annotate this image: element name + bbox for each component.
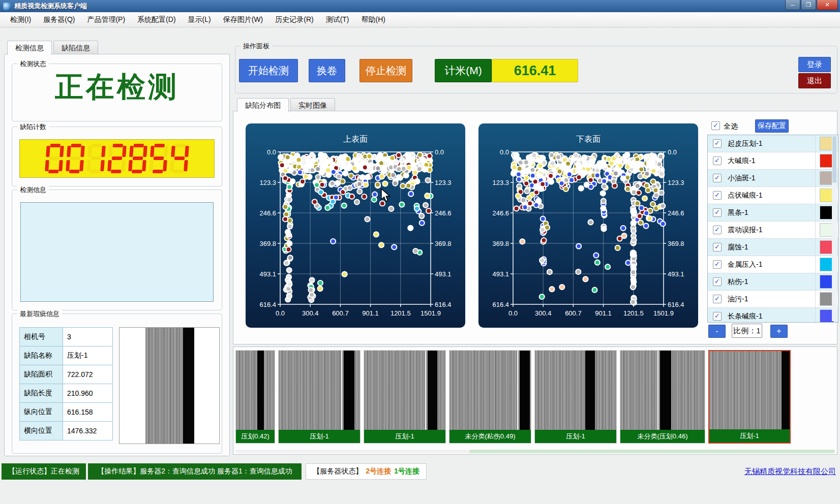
- legend-label: 腐蚀-1: [728, 243, 815, 252]
- svg-text:616.4: 616.4: [259, 301, 276, 308]
- legend-row-9: ✓粘伤-1: [708, 273, 838, 291]
- menu-item-1[interactable]: 检测(I): [4, 13, 37, 26]
- defect-thumbnail-5[interactable]: 压划-1: [534, 350, 617, 444]
- legend-checkbox[interactable]: ✓: [713, 191, 722, 200]
- svg-text:1501.9: 1501.9: [421, 309, 441, 317]
- legend-checkbox[interactable]: ✓: [713, 139, 722, 148]
- status-run: 【运行状态】正在检测: [2, 463, 86, 480]
- latest-defect-title: 最新瑕疵信息: [17, 309, 62, 319]
- svg-text:246.6: 246.6: [435, 209, 452, 217]
- table-cell-value: 1476.332: [63, 422, 113, 440]
- stop-detect-button[interactable]: 停止检测: [359, 59, 412, 82]
- svg-text:上表面: 上表面: [343, 135, 368, 143]
- legend-label: 起皮压划-1: [728, 139, 815, 148]
- menu-item-2[interactable]: 服务器(Q): [37, 13, 81, 26]
- login-button[interactable]: 登录: [798, 57, 831, 72]
- save-config-button[interactable]: 保存配置: [755, 119, 789, 133]
- menu-bar: 检测(I)服务器(Q)产品管理(P)系统配置(D)显示(L)保存图片(W)历史记…: [0, 12, 840, 27]
- counter-digit: [66, 144, 85, 173]
- legend-checkbox[interactable]: ✓: [713, 312, 722, 321]
- defect-thumbnail-6[interactable]: 未分类(压划0.46): [620, 350, 705, 444]
- status-server: 【服务器状态】 2号连接1号连接: [306, 463, 427, 480]
- legend-checkbox[interactable]: ✓: [713, 243, 722, 251]
- svg-text:0.0: 0.0: [435, 148, 444, 156]
- chart-top-surface: 上表面0.00.00.0123.3123.3300.4246.6246.6600…: [246, 123, 465, 328]
- thumbnail-white-line: [341, 351, 342, 430]
- counter-digit: [170, 144, 189, 173]
- tab-view-2[interactable]: 实时图像: [290, 98, 335, 111]
- tab-view-1[interactable]: 缺陷分布图: [237, 98, 289, 112]
- table-row: 相机号3: [20, 328, 113, 346]
- thumbnail-white-line: [657, 351, 658, 430]
- change-roll-button[interactable]: 换卷: [309, 59, 345, 82]
- legend-checkbox[interactable]: ✓: [713, 226, 722, 234]
- tab-left-2[interactable]: 缺陷信息: [53, 41, 98, 54]
- defect-map-panel: 上表面0.00.00.0123.3123.3300.4246.6246.6600…: [233, 111, 837, 344]
- svg-text:0.0: 0.0: [668, 148, 677, 156]
- svg-text:616.4: 616.4: [492, 301, 509, 308]
- svg-text:369.8: 369.8: [259, 240, 276, 247]
- thumbnail-caption: 压划-1: [279, 430, 360, 443]
- thumbnail-image: [709, 351, 790, 429]
- defect-thumbnail-3[interactable]: 压划-1: [364, 350, 446, 444]
- legend-row-6: ✓震动误报-1: [708, 222, 838, 239]
- legend-label: 油污-1: [728, 295, 815, 304]
- legend-scrollbar[interactable]: [832, 135, 837, 321]
- tab-left-1[interactable]: 检测信息: [7, 41, 52, 55]
- table-cell-label: 相机号: [20, 328, 63, 346]
- defect-count-display: [19, 139, 215, 178]
- legend-label: 金属压入-1: [728, 260, 815, 269]
- svg-text:600.7: 600.7: [565, 309, 582, 317]
- select-all-checkbox[interactable]: ✓: [711, 121, 720, 130]
- defect-thumbnail-4[interactable]: 未分类(粘伤0.49): [449, 350, 531, 444]
- thumbnail-black-band: [257, 351, 264, 430]
- detect-status-title: 检测状态: [17, 59, 49, 69]
- legend-label: 粘伤-1: [728, 277, 815, 287]
- legend-checkbox[interactable]: ✓: [713, 260, 722, 269]
- chart-bottom-surface: 下表面0.00.00.0123.3123.3300.4246.6246.6600…: [478, 123, 698, 328]
- detect-info-textarea[interactable]: [20, 202, 214, 302]
- scale-plus-button[interactable]: +: [770, 325, 788, 338]
- scale-minus-button[interactable]: -: [708, 325, 726, 338]
- detect-status-group: 检测状态 正在检测: [12, 64, 222, 121]
- legend-row-2: ✓大碱痕-1: [708, 152, 838, 170]
- legend-row-4: ✓点状碱痕-1: [708, 187, 838, 204]
- menu-item-3[interactable]: 产品管理(P): [81, 13, 131, 26]
- table-cell-label: 纵向位置: [20, 403, 63, 422]
- legend-checkbox[interactable]: ✓: [713, 156, 722, 165]
- minimize-button[interactable]: ─: [785, 0, 800, 10]
- svg-text:246.6: 246.6: [492, 209, 509, 217]
- company-link[interactable]: 无锡精质视觉科技有限公司: [744, 467, 836, 477]
- thumbnail-caption: 未分类(粘伤0.49): [449, 430, 531, 443]
- menu-item-5[interactable]: 显示(L): [182, 13, 217, 26]
- menu-item-7[interactable]: 历史记录(R): [269, 13, 319, 26]
- legend-checkbox[interactable]: ✓: [713, 295, 722, 303]
- start-detect-button[interactable]: 开始检测: [239, 59, 298, 82]
- counter-digit: [45, 144, 64, 173]
- defect-thumbnail-7[interactable]: 压划-1: [708, 350, 791, 444]
- legend-checkbox[interactable]: ✓: [713, 277, 722, 286]
- logout-button[interactable]: 退出: [798, 73, 831, 88]
- latest-defect-image: [119, 327, 220, 444]
- svg-text:246.6: 246.6: [668, 209, 684, 217]
- close-button[interactable]: ✕: [817, 0, 838, 10]
- window-title: 精质视觉检测系统客户端: [14, 2, 87, 11]
- menu-item-8[interactable]: 测试(T): [320, 13, 355, 26]
- thumbnail-image: [535, 351, 616, 430]
- app-icon: [3, 3, 11, 10]
- menu-item-4[interactable]: 系统配置(D): [131, 13, 182, 26]
- menu-item-6[interactable]: 保存图片(W): [217, 13, 269, 26]
- menu-item-9[interactable]: 帮助(H): [355, 13, 392, 26]
- thumbnail-black-band: [520, 351, 530, 430]
- legend-checkbox[interactable]: ✓: [713, 208, 722, 217]
- maximize-button[interactable]: ❐: [801, 0, 816, 10]
- svg-text:246.6: 246.6: [259, 209, 276, 217]
- legend-row-10: ✓油污-1: [708, 291, 838, 308]
- thumbnail-scrollbar[interactable]: [235, 450, 835, 453]
- defect-thumbnail-1[interactable]: 压划0.42): [235, 350, 275, 444]
- defect-thumbnail-2[interactable]: 压划-1: [278, 350, 361, 444]
- status-server-label: 【服务器状态】: [313, 467, 363, 476]
- svg-text:123.3: 123.3: [668, 179, 684, 186]
- scale-value-field[interactable]: 比例：1: [732, 324, 762, 338]
- legend-checkbox[interactable]: ✓: [713, 174, 722, 182]
